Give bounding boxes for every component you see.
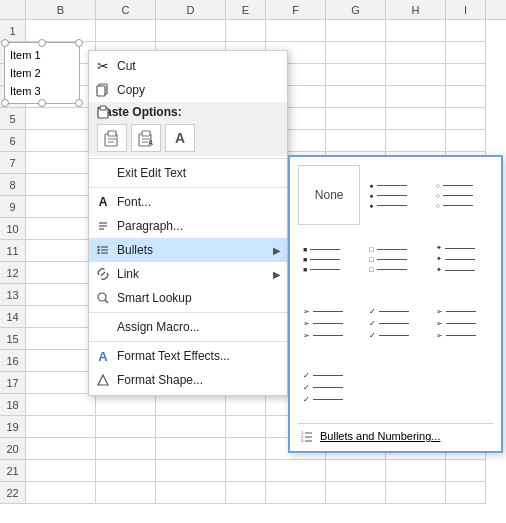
cell-d20[interactable] (156, 438, 226, 460)
menu-item-format-text[interactable]: A Format Text Effects... (89, 344, 287, 368)
cell-d18[interactable] (156, 394, 226, 416)
row-header-18[interactable]: 18 (0, 394, 26, 416)
col-header-g[interactable]: G (326, 0, 386, 19)
selection-handle-bottom[interactable] (38, 99, 46, 107)
cell-i4[interactable] (446, 86, 486, 108)
bullet-option-filled-square[interactable]: ■ ■ ■ (298, 229, 360, 289)
cell-e19[interactable] (226, 416, 266, 438)
cell-b19[interactable] (26, 416, 96, 438)
cell-i1[interactable] (446, 20, 486, 42)
cell-h2[interactable] (386, 42, 446, 64)
bullet-option-check2[interactable]: ✓ ✓ ✓ (298, 357, 360, 417)
cell-e22[interactable] (226, 482, 266, 504)
col-header-d[interactable]: D (156, 0, 226, 19)
selection-handle-top[interactable] (38, 39, 46, 47)
menu-item-copy[interactable]: Copy (89, 78, 287, 102)
cell-c22[interactable] (96, 482, 156, 504)
row-header-20[interactable]: 20 (0, 438, 26, 460)
col-header-i[interactable]: I (446, 0, 486, 19)
col-header-c[interactable]: C (96, 0, 156, 19)
cell-c20[interactable] (96, 438, 156, 460)
selection-handle-bottom-left[interactable] (1, 99, 9, 107)
cell-d22[interactable] (156, 482, 226, 504)
row-header-22[interactable]: 22 (0, 482, 26, 504)
cell-c21[interactable] (96, 460, 156, 482)
cell-c19[interactable] (96, 416, 156, 438)
menu-item-link[interactable]: Link ▶ (89, 262, 287, 286)
cell-g5[interactable] (326, 108, 386, 130)
menu-item-exit-edit[interactable]: Exit Edit Text (89, 161, 287, 185)
cell-c1[interactable] (96, 20, 156, 42)
paste-btn-3[interactable]: A (165, 124, 195, 152)
cell-b10[interactable] (26, 218, 96, 240)
cell-h4[interactable] (386, 86, 446, 108)
row-header-17[interactable]: 17 (0, 372, 26, 394)
paste-btn-2[interactable]: A (131, 124, 161, 152)
cell-i22[interactable] (446, 482, 486, 504)
cell-b9[interactable] (26, 196, 96, 218)
cell-b17[interactable] (26, 372, 96, 394)
bullet-option-arrow1[interactable]: ➢ ➢ ➢ (298, 293, 360, 353)
menu-item-bullets[interactable]: Bullets ▶ (89, 238, 287, 262)
row-header-15[interactable]: 15 (0, 328, 26, 350)
bullets-numbering-footer[interactable]: 1. 2. 3. Bullets and Numbering... (298, 423, 493, 443)
col-header-f[interactable]: F (266, 0, 326, 19)
cell-e18[interactable] (226, 394, 266, 416)
row-header-5[interactable]: 5 (0, 108, 26, 130)
cell-b6[interactable] (26, 130, 96, 152)
cell-b18[interactable] (26, 394, 96, 416)
cell-c18[interactable] (96, 394, 156, 416)
row-header-6[interactable]: 6 (0, 130, 26, 152)
row-header-19[interactable]: 19 (0, 416, 26, 438)
selection-handle-bottom-right[interactable] (75, 99, 83, 107)
row-header-12[interactable]: 12 (0, 262, 26, 284)
cell-d19[interactable] (156, 416, 226, 438)
cell-g6[interactable] (326, 130, 386, 152)
cell-b5[interactable] (26, 108, 96, 130)
cell-b20[interactable] (26, 438, 96, 460)
cell-g2[interactable] (326, 42, 386, 64)
cell-h22[interactable] (386, 482, 446, 504)
cell-b11[interactable] (26, 240, 96, 262)
row-header-8[interactable]: 8 (0, 174, 26, 196)
cell-h21[interactable] (386, 460, 446, 482)
cell-g21[interactable] (326, 460, 386, 482)
bullet-option-filled-circle[interactable]: ● ● ● (364, 165, 426, 225)
cell-b8[interactable] (26, 174, 96, 196)
cell-d1[interactable] (156, 20, 226, 42)
cell-f22[interactable] (266, 482, 326, 504)
cell-i21[interactable] (446, 460, 486, 482)
col-header-h[interactable]: H (386, 0, 446, 19)
cell-e20[interactable] (226, 438, 266, 460)
cell-i6[interactable] (446, 130, 486, 152)
cell-h3[interactable] (386, 64, 446, 86)
menu-item-font[interactable]: A Font... (89, 190, 287, 214)
row-header-9[interactable]: 9 (0, 196, 26, 218)
row-header-7[interactable]: 7 (0, 152, 26, 174)
row-header-14[interactable]: 14 (0, 306, 26, 328)
selection-handle-top-right[interactable] (75, 39, 83, 47)
cell-e1[interactable] (226, 20, 266, 42)
cell-f21[interactable] (266, 460, 326, 482)
cell-b14[interactable] (26, 306, 96, 328)
col-header-b[interactable]: B (26, 0, 96, 19)
bullet-option-hollow-square[interactable]: □ □ □ (364, 229, 426, 289)
cell-h6[interactable] (386, 130, 446, 152)
row-header-13[interactable]: 13 (0, 284, 26, 306)
menu-item-format-shape[interactable]: Format Shape... (89, 368, 287, 392)
cell-i2[interactable] (446, 42, 486, 64)
cell-g1[interactable] (326, 20, 386, 42)
cell-b1[interactable] (26, 20, 96, 42)
row-header-16[interactable]: 16 (0, 350, 26, 372)
cell-b12[interactable] (26, 262, 96, 284)
menu-item-cut[interactable]: ✂ Cut (89, 54, 287, 78)
col-header-e[interactable]: E (226, 0, 266, 19)
cell-b16[interactable] (26, 350, 96, 372)
row-header-21[interactable]: 21 (0, 460, 26, 482)
cell-b15[interactable] (26, 328, 96, 350)
cell-g3[interactable] (326, 64, 386, 86)
row-header-11[interactable]: 11 (0, 240, 26, 262)
cell-b7[interactable] (26, 152, 96, 174)
cell-i5[interactable] (446, 108, 486, 130)
selection-handle-top-left[interactable] (1, 39, 9, 47)
